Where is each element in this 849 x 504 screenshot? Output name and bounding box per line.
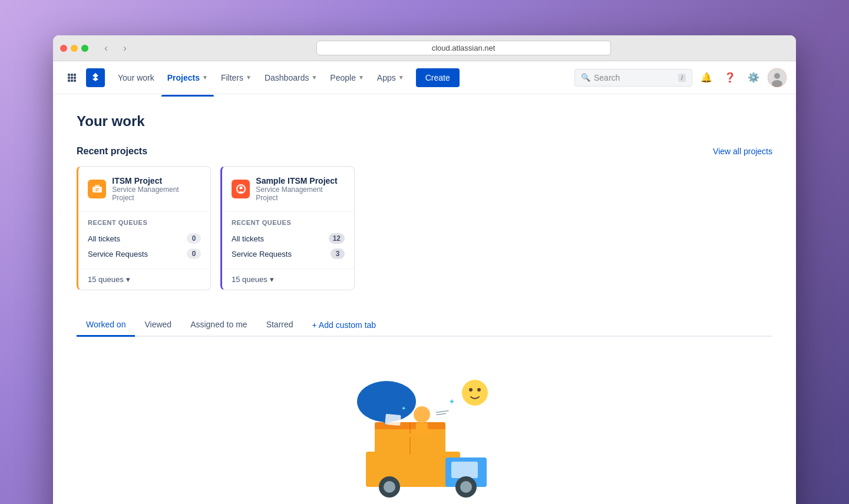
svg-rect-5	[74, 77, 76, 79]
svg-point-10	[774, 73, 780, 79]
svg-rect-31	[416, 423, 428, 436]
queue-count-itsm-service: 0	[187, 248, 201, 259]
queue-count-sample-service: 3	[331, 248, 345, 259]
queue-name-sample-service: Service Requests	[232, 250, 292, 258]
traffic-lights	[60, 45, 88, 52]
tabs: Worked on Viewed Assigned to me Starred …	[77, 314, 772, 336]
queues-label-itsm: RECENT QUEUES	[88, 219, 201, 226]
nav-item-wrapper-people: People ▼	[324, 68, 370, 87]
nav-item-wrapper-dashboards: Dashboards ▼	[259, 68, 323, 87]
project-type-sample: Service Management Project	[256, 185, 345, 202]
project-card-sample-body: RECENT QUEUES All tickets 12 Service Req…	[222, 212, 354, 268]
svg-rect-39	[432, 405, 452, 420]
minimize-button[interactable]	[71, 45, 78, 52]
svg-point-35	[469, 388, 473, 392]
nav-item-wrapper-apps: Apps ▼	[371, 68, 410, 87]
view-all-projects-link[interactable]: View all projects	[713, 147, 772, 156]
queue-count-sample-all: 12	[329, 233, 345, 244]
queue-item-itsm-all[interactable]: All tickets 0	[88, 231, 201, 246]
forward-button[interactable]: ›	[117, 40, 133, 57]
tab-viewed[interactable]: Viewed	[135, 314, 181, 337]
svg-point-34	[462, 380, 488, 406]
queues-label-sample: RECENT QUEUES	[232, 219, 345, 226]
nav-item-wrapper-projects: Projects ▼	[161, 68, 214, 87]
svg-point-24	[460, 481, 472, 493]
title-bar: ‹ › cloud.atlassian.net	[53, 35, 796, 61]
svg-rect-4	[71, 77, 73, 79]
search-icon: 🔍	[581, 73, 590, 82]
main-content: Your work Recent projects View all proje…	[53, 94, 796, 504]
svg-text:✦: ✦	[448, 397, 455, 406]
svg-rect-0	[68, 74, 70, 76]
project-card-sample-footer: 15 queues ▾	[222, 268, 354, 290]
notifications-button[interactable]: 🔔	[697, 68, 716, 87]
create-button[interactable]: Create	[416, 68, 460, 87]
search-placeholder: Search	[594, 73, 675, 82]
address-bar[interactable]: cloud.atlassian.net	[316, 41, 611, 55]
svg-rect-8	[74, 79, 76, 82]
nav-bar: Your work Projects ▼ Filters ▼ Dashboard…	[53, 61, 796, 94]
user-avatar[interactable]	[768, 68, 787, 87]
atlassian-logo[interactable]	[86, 68, 105, 87]
tabs-container: Worked on Viewed Assigned to me Starred …	[77, 314, 772, 337]
project-name-itsm: ITSM Project	[112, 176, 201, 185]
project-card-itsm-header: ITSM Project Service Management Project	[78, 167, 210, 212]
svg-point-11	[772, 80, 782, 87]
add-custom-tab-button[interactable]: + Add custom tab	[303, 314, 386, 336]
tab-assigned-to-me[interactable]: Assigned to me	[181, 314, 257, 337]
empty-state: ✦ ✦	[77, 337, 772, 504]
svg-rect-3	[68, 77, 70, 79]
nav-item-filters[interactable]: Filters ▼	[215, 68, 257, 87]
nav-item-projects[interactable]: Projects ▼	[161, 68, 214, 87]
project-card-itsm-footer: 15 queues ▾	[78, 268, 210, 290]
nav-item-people[interactable]: People ▼	[324, 68, 370, 87]
svg-rect-20	[451, 462, 478, 478]
svg-point-22	[384, 481, 395, 493]
project-icon-itsm	[88, 180, 106, 198]
queue-item-sample-all[interactable]: All tickets 12	[232, 231, 345, 246]
svg-rect-15	[95, 190, 98, 191]
project-info-itsm: ITSM Project Service Management Project	[112, 176, 201, 202]
project-card-itsm-body: RECENT QUEUES All tickets 0 Service Requ…	[78, 212, 210, 268]
svg-rect-7	[71, 79, 73, 82]
close-button[interactable]	[60, 45, 67, 52]
project-card-sample-header: Sample ITSM Project Service Management P…	[222, 167, 354, 212]
empty-state-illustration: ✦ ✦	[331, 360, 519, 502]
nav-right: 🔍 Search / 🔔 ❓ ⚙️	[574, 68, 787, 87]
svg-rect-2	[74, 74, 76, 76]
browser-window: ‹ › cloud.atlassian.net	[53, 35, 796, 504]
filters-dropdown-arrow: ▼	[246, 74, 252, 81]
tab-worked-on[interactable]: Worked on	[77, 314, 135, 337]
back-button[interactable]: ‹	[98, 40, 114, 57]
project-type-itsm: Service Management Project	[112, 185, 201, 202]
queue-name-itsm-all: All tickets	[88, 234, 120, 243]
project-card-itsm[interactable]: ITSM Project Service Management Project …	[77, 166, 211, 290]
svg-rect-42	[385, 414, 401, 426]
browser-nav-arrows: ‹ ›	[98, 40, 133, 57]
queue-item-sample-service[interactable]: Service Requests 3	[232, 246, 345, 261]
help-button[interactable]: ❓	[721, 68, 739, 87]
search-shortcut-badge: /	[678, 74, 686, 82]
nav-item-apps[interactable]: Apps ▼	[371, 68, 410, 87]
project-info-sample: Sample ITSM Project Service Management P…	[256, 176, 345, 202]
queues-arrow-sample: ▾	[270, 275, 274, 284]
tab-starred[interactable]: Starred	[257, 314, 303, 337]
nav-item-dashboards[interactable]: Dashboards ▼	[259, 68, 323, 87]
project-card-sample[interactable]: Sample ITSM Project Service Management P…	[220, 166, 355, 290]
page-title: Your work	[77, 113, 772, 130]
recent-projects-header: Recent projects View all projects	[77, 146, 772, 157]
nav-item-your-work[interactable]: Your work	[112, 68, 160, 87]
maximize-button[interactable]	[81, 45, 88, 52]
queues-dropdown-sample[interactable]: 15 queues ▾	[232, 275, 274, 284]
app-switcher-icon[interactable]	[62, 68, 81, 87]
svg-rect-1	[71, 74, 73, 76]
nav-item-wrapper-filters: Filters ▼	[215, 68, 257, 87]
svg-point-17	[239, 187, 242, 190]
svg-text:✦: ✦	[401, 405, 406, 412]
svg-point-30	[414, 406, 430, 423]
settings-button[interactable]: ⚙️	[744, 68, 763, 87]
search-bar[interactable]: 🔍 Search /	[574, 69, 692, 87]
project-name-sample: Sample ITSM Project	[256, 176, 345, 185]
queue-item-itsm-service[interactable]: Service Requests 0	[88, 246, 201, 261]
queues-dropdown-itsm[interactable]: 15 queues ▾	[88, 275, 130, 284]
